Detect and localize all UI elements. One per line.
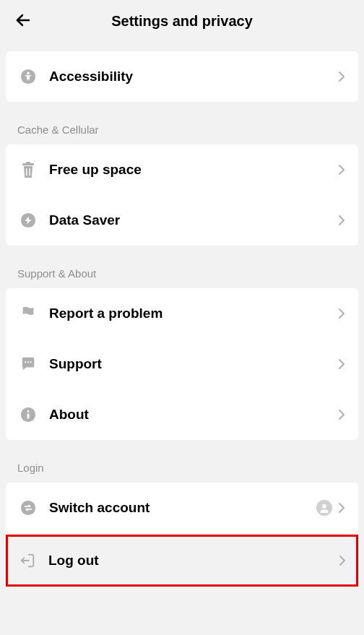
section-header-support: Support & About xyxy=(0,246,364,288)
chat-icon xyxy=(19,355,38,373)
section-support: Report a problem Support About xyxy=(6,288,358,440)
chevron-right-icon xyxy=(338,502,345,514)
row-support[interactable]: Support xyxy=(6,339,358,389)
row-label: Switch account xyxy=(49,500,316,516)
row-label: Accessibility xyxy=(49,69,338,85)
section-login: Switch account xyxy=(6,483,358,533)
svg-point-14 xyxy=(21,501,35,515)
chevron-right-icon xyxy=(338,308,345,319)
switch-icon xyxy=(19,498,38,517)
back-button[interactable] xyxy=(14,12,32,32)
section-cache: Free up space Data Saver xyxy=(6,144,358,246)
svg-rect-5 xyxy=(26,168,27,176)
info-icon xyxy=(19,405,38,424)
row-about[interactable]: About xyxy=(6,389,358,440)
svg-point-10 xyxy=(30,361,32,363)
section-header-login: Login xyxy=(0,440,364,483)
arrow-left-icon xyxy=(14,12,32,29)
chevron-right-icon xyxy=(338,358,345,370)
section-header-cache: Cache & Cellular xyxy=(0,102,364,144)
row-accessibility[interactable]: Accessibility xyxy=(6,51,358,102)
svg-point-8 xyxy=(25,361,26,363)
chevron-right-icon xyxy=(338,409,345,420)
row-switch-account[interactable]: Switch account xyxy=(6,483,358,533)
row-label: Free up space xyxy=(49,162,338,178)
chevron-right-icon xyxy=(338,215,345,226)
row-data-saver[interactable]: Data Saver xyxy=(6,195,358,246)
accessibility-icon xyxy=(19,67,38,86)
row-label: Log out xyxy=(48,553,339,569)
svg-rect-6 xyxy=(30,168,31,176)
row-label: Data Saver xyxy=(49,212,338,228)
header: Settings and privacy xyxy=(0,0,364,43)
row-label: Support xyxy=(49,356,338,372)
row-label: Report a problem xyxy=(49,306,338,321)
chevron-right-icon xyxy=(338,71,345,82)
svg-point-12 xyxy=(27,410,30,412)
logout-icon xyxy=(18,551,37,570)
row-report-problem[interactable]: Report a problem xyxy=(6,288,358,339)
svg-point-9 xyxy=(27,361,29,363)
highlight-logout: Log out xyxy=(6,535,358,587)
row-free-up-space[interactable]: Free up space xyxy=(6,144,358,195)
svg-rect-13 xyxy=(27,413,30,418)
data-saver-icon xyxy=(19,211,38,230)
avatar-icon xyxy=(316,500,332,516)
page-title: Settings and privacy xyxy=(12,13,352,30)
row-label: About xyxy=(49,407,338,423)
trash-icon xyxy=(19,160,38,179)
flag-icon xyxy=(19,304,38,323)
row-logout[interactable]: Log out xyxy=(8,537,356,584)
svg-point-15 xyxy=(322,504,326,509)
chevron-right-icon xyxy=(338,164,345,176)
svg-point-2 xyxy=(27,72,30,75)
svg-rect-4 xyxy=(26,162,30,164)
chevron-right-icon xyxy=(339,555,346,566)
section-top: Accessibility xyxy=(6,51,358,102)
